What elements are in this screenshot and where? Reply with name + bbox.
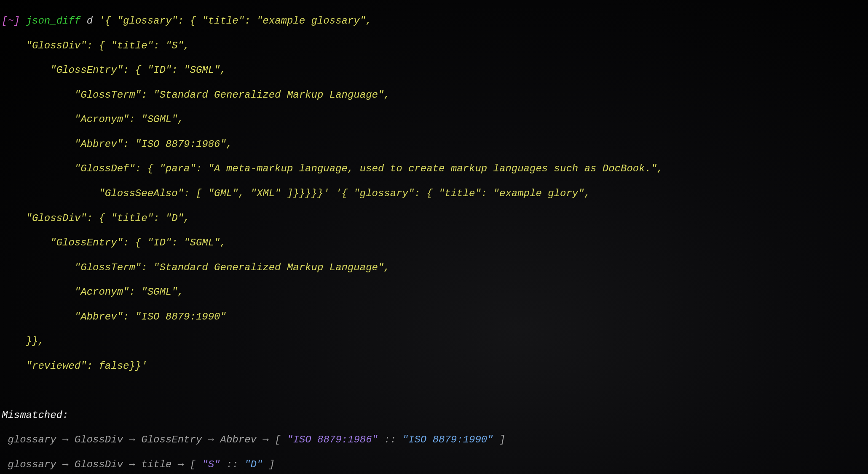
- prompt-close: ]: [14, 15, 20, 27]
- arrow-icon: →: [123, 459, 141, 470]
- bracket-close: ]: [263, 459, 275, 470]
- json-arg-line: "Abbrev": "ISO 8879:1990": [2, 311, 866, 323]
- arrow-icon: →: [56, 434, 75, 445]
- json-arg-line: "GlossTerm": "Standard Generalized Marku…: [2, 261, 866, 274]
- arrow-icon: →: [123, 434, 141, 445]
- json-arg-line: }},: [2, 335, 866, 347]
- path-seg: GlossEntry: [141, 434, 202, 445]
- mismatch-row: glossary → GlossDiv → title → [ "S" :: "…: [2, 458, 866, 471]
- path-seg: glossary: [8, 434, 56, 445]
- section-header-mismatched: Mismatched:: [2, 409, 866, 421]
- json-arg-line: "Abbrev": "ISO 8879:1986",: [2, 138, 866, 150]
- json-arg-line: "GlossSeeAlso": [ "GML", "XML" ]}}}}}' '…: [2, 187, 866, 200]
- bracket-open: [: [190, 459, 202, 470]
- path-seg: GlossDiv: [75, 434, 123, 445]
- right-value: "D": [244, 459, 263, 470]
- separator: ::: [378, 434, 402, 445]
- json-arg-line: "GlossEntry": { "ID": "SGML",: [2, 237, 866, 249]
- json-arg-line: "GlossDiv": { "title": "S",: [2, 40, 866, 52]
- arrow-icon: →: [202, 434, 220, 445]
- separator: ::: [220, 459, 245, 470]
- command-line[interactable]: [~] json_diff d '{ "glossary": { "title"…: [2, 15, 866, 27]
- mismatch-row: glossary → GlossDiv → GlossEntry → Abbre…: [2, 434, 866, 446]
- arrow-icon: →: [171, 459, 190, 470]
- right-value: "ISO 8879:1990": [402, 434, 493, 445]
- bracket-open: [: [275, 434, 287, 445]
- json-arg-line: '{ "glossary": { "title": "example gloss…: [99, 15, 372, 27]
- blank-line: [2, 384, 866, 397]
- json-arg-line: "GlossDef": { "para": "A meta-markup lan…: [2, 162, 866, 175]
- path-seg: title: [141, 459, 171, 470]
- bracket-close: ]: [493, 434, 506, 445]
- prompt-tilde: ~: [8, 15, 13, 27]
- json-arg-line: "Acronym": "SGML",: [2, 113, 866, 125]
- json-arg-line: "GlossDiv": { "title": "D",: [2, 212, 866, 224]
- path-seg: Abbrev: [220, 434, 257, 445]
- left-value: "S": [202, 459, 220, 470]
- json-arg-line: "reviewed": false}}': [2, 360, 866, 372]
- json-arg-line: "GlossEntry": { "ID": "SGML",: [2, 64, 866, 76]
- prompt-open: [: [2, 15, 8, 27]
- json-arg-line: "GlossTerm": "Standard Generalized Marku…: [2, 89, 866, 101]
- arrow-icon: →: [56, 459, 75, 470]
- path-seg: glossary: [8, 459, 56, 470]
- path-seg: GlossDiv: [75, 459, 123, 470]
- json-arg-line: "Acronym": "SGML",: [2, 286, 866, 298]
- left-value: "ISO 8879:1986": [287, 434, 378, 445]
- command-arg: d: [87, 15, 93, 27]
- terminal-output: [~] json_diff d '{ "glossary": { "title"…: [0, 0, 868, 474]
- arrow-icon: →: [257, 434, 275, 445]
- command-name: json_diff: [26, 15, 81, 27]
